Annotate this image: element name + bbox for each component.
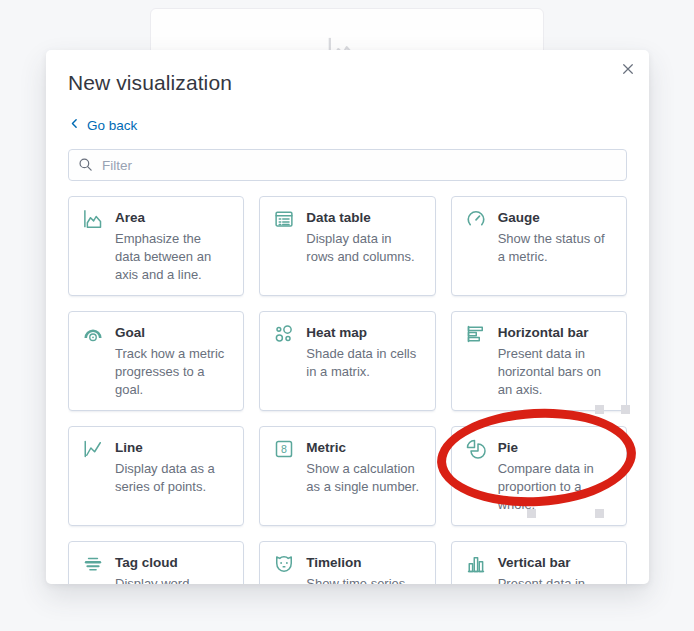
line-icon: [83, 439, 103, 459]
vis-card-heat-map[interactable]: Heat map Shade data in cells in a matrix…: [259, 311, 435, 411]
card-description: Show time series data on a graph.: [306, 575, 420, 584]
vis-card-horizontal-bar[interactable]: Horizontal bar Present data in horizonta…: [451, 311, 627, 411]
page-title: New visualization: [68, 70, 627, 96]
heat-map-icon: [274, 324, 294, 344]
go-back-link[interactable]: Go back: [68, 117, 137, 133]
card-title: Pie: [498, 438, 612, 457]
new-visualization-modal: New visualization Go back Area Emphasize…: [46, 50, 649, 584]
card-description: Show a calculation as a single number.: [306, 460, 420, 496]
card-title: Tag cloud: [115, 553, 229, 572]
go-back-label: Go back: [87, 118, 137, 133]
vis-card-timelion[interactable]: Timelion Show time series data on a grap…: [259, 541, 435, 584]
card-title: Data table: [306, 208, 420, 227]
card-title: Heat map: [306, 323, 420, 342]
close-icon[interactable]: [618, 59, 638, 79]
vertical-bar-icon: [466, 554, 486, 574]
horizontal-bar-icon: [466, 324, 486, 344]
card-title: Timelion: [306, 553, 420, 572]
gauge-icon: [466, 209, 486, 229]
timelion-icon: [274, 554, 294, 574]
chevron-left-icon: [68, 117, 81, 133]
vis-card-vertical-bar[interactable]: Vertical bar Present data in vertical ba…: [451, 541, 627, 584]
vis-card-metric[interactable]: 8 Metric Show a calculation as a single …: [259, 426, 435, 526]
card-description: Shade data in cells in a matrix.: [306, 345, 420, 381]
card-description: Emphasize the data between an axis and a…: [115, 230, 229, 284]
card-title: Line: [115, 438, 229, 457]
vis-card-goal[interactable]: Goal Track how a metric progresses to a …: [68, 311, 244, 411]
card-description: Compare data in proportion to a whole.: [498, 460, 612, 514]
vis-card-data-table[interactable]: Data table Display data in rows and colu…: [259, 196, 435, 296]
goal-icon: [83, 324, 103, 344]
card-description: Show the status of a metric.: [498, 230, 612, 266]
card-description: Present data in vertical bars on an axis…: [498, 575, 612, 584]
card-title: Metric: [306, 438, 420, 457]
filter-input[interactable]: [68, 149, 627, 181]
vis-card-tag-cloud[interactable]: Tag cloud Display word frequency with fo…: [68, 541, 244, 584]
card-description: Display data as a series of points.: [115, 460, 229, 496]
card-title: Gauge: [498, 208, 612, 227]
pie-icon: [466, 439, 486, 459]
card-description: Display word frequency with font size.: [115, 575, 229, 584]
card-title: Goal: [115, 323, 229, 342]
svg-text:8: 8: [281, 443, 287, 455]
tag-cloud-icon: [83, 554, 103, 574]
area-icon: [83, 209, 103, 229]
card-title: Area: [115, 208, 229, 227]
vis-card-pie[interactable]: Pie Compare data in proportion to a whol…: [451, 426, 627, 526]
card-title: Horizontal bar: [498, 323, 612, 342]
data-table-icon: [274, 209, 294, 229]
card-description: Track how a metric progresses to a goal.: [115, 345, 229, 399]
card-description: Present data in horizontal bars on an ax…: [498, 345, 612, 399]
card-description: Display data in rows and columns.: [306, 230, 420, 266]
vis-card-area[interactable]: Area Emphasize the data between an axis …: [68, 196, 244, 296]
metric-icon: 8: [274, 439, 294, 459]
visualization-type-grid: Area Emphasize the data between an axis …: [68, 196, 627, 584]
vis-card-gauge[interactable]: Gauge Show the status of a metric.: [451, 196, 627, 296]
card-title: Vertical bar: [498, 553, 612, 572]
vis-card-line[interactable]: Line Display data as a series of points.: [68, 426, 244, 526]
